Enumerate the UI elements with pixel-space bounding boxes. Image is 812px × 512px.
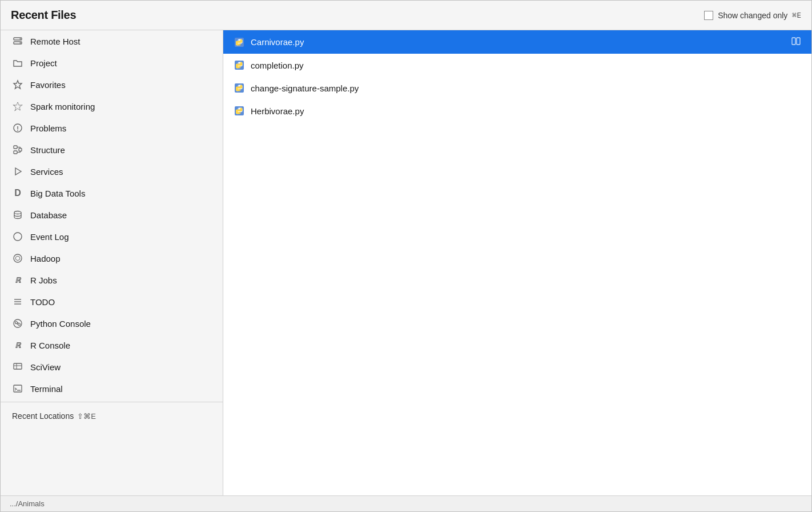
svg-point-23 — [15, 322, 18, 324]
sidebar-label-database: Database — [30, 210, 67, 220]
svg-point-44 — [238, 109, 239, 109]
eventlog-icon — [12, 231, 23, 242]
sidebar-label-sciview: SciView — [30, 362, 61, 372]
sidebar-item-remote-host[interactable]: Remote Host — [1, 30, 223, 52]
file-item-change-signature[interactable]: change-signature-sample.py — [223, 77, 811, 99]
sidebar-item-big-data-tools[interactable]: D Big Data Tools — [1, 182, 223, 204]
svg-rect-36 — [797, 38, 800, 45]
sidebar-label-spark-monitoring: Spark monitoring — [30, 102, 95, 111]
file-item-completion[interactable]: completion.py — [223, 54, 811, 77]
svg-point-38 — [238, 63, 239, 63]
sidebar-label-services: Services — [30, 167, 63, 177]
show-changed-toggle[interactable]: Show changed only ⌘E — [704, 11, 801, 20]
sidebar-item-favorites[interactable]: Favorites — [1, 74, 223, 95]
bigdata-icon: D — [12, 187, 23, 199]
sidebar: Remote Host Project Favorites — [1, 30, 223, 495]
svg-point-42 — [239, 90, 240, 90]
file-list-panel: Carnivorae.py — [223, 30, 811, 495]
services-icon — [12, 166, 23, 177]
svg-point-2 — [20, 38, 21, 39]
sidebar-item-hadoop[interactable]: Hadoop — [1, 247, 223, 269]
show-changed-checkbox[interactable] — [704, 11, 713, 20]
sidebar-label-terminal: Terminal — [30, 384, 63, 394]
svg-rect-10 — [19, 149, 22, 151]
sidebar-label-remote-host: Remote Host — [30, 37, 81, 46]
hadoop-icon — [12, 253, 23, 264]
svg-rect-35 — [792, 38, 795, 45]
sidebar-item-project[interactable]: Project — [1, 52, 223, 74]
svg-point-34 — [239, 43, 240, 44]
file-item-carnivorae[interactable]: Carnivorae.py — [223, 30, 811, 54]
file-name-carnivorae: Carnivorae.py — [251, 37, 304, 47]
sidebar-divider — [1, 402, 223, 402]
sidebar-label-event-log: Event Log — [30, 232, 69, 242]
show-changed-label: Show changed only — [718, 11, 787, 20]
sidebar-label-structure: Structure — [30, 145, 65, 155]
recent-locations-item[interactable]: Recent Locations ⇧⌘E — [1, 405, 223, 427]
split-view-icon[interactable] — [791, 36, 801, 48]
recent-locations-label: Recent Locations — [12, 411, 74, 421]
svg-point-45 — [239, 113, 240, 113]
spark-icon — [12, 101, 23, 112]
server-icon — [12, 35, 23, 47]
sidebar-label-python-console: Python Console — [30, 319, 91, 329]
window-title: Recent Files — [11, 9, 76, 22]
folder-icon — [12, 57, 23, 69]
svg-point-22 — [14, 319, 22, 327]
sidebar-item-services[interactable]: Services — [1, 161, 223, 182]
svg-rect-30 — [14, 385, 22, 392]
svg-point-39 — [239, 67, 240, 67]
sidebar-item-terminal[interactable]: Terminal — [1, 378, 223, 399]
problems-icon: ! — [12, 122, 23, 134]
todo-icon — [12, 296, 23, 307]
sidebar-label-todo: TODO — [30, 297, 55, 307]
rjobs-icon: ℝ — [12, 274, 23, 286]
sidebar-item-database[interactable]: Database — [1, 204, 223, 226]
recent-files-window: Recent Files Show changed only ⌘E R — [0, 0, 812, 512]
status-path: .../Animals — [10, 499, 45, 508]
sidebar-item-structure[interactable]: Structure — [1, 139, 223, 161]
svg-text:!: ! — [17, 125, 19, 132]
python-file-icon-2 — [234, 59, 245, 71]
svg-point-41 — [238, 86, 239, 86]
svg-point-24 — [18, 323, 21, 326]
svg-point-16 — [14, 211, 21, 214]
sidebar-label-big-data-tools: Big Data Tools — [30, 189, 85, 198]
svg-marker-4 — [14, 81, 22, 89]
svg-marker-15 — [15, 168, 21, 175]
sidebar-item-r-jobs[interactable]: ℝ R Jobs — [1, 269, 223, 291]
svg-point-18 — [14, 254, 22, 262]
python-file-icon-4 — [234, 105, 245, 117]
sidebar-item-event-log[interactable]: Event Log — [1, 226, 223, 247]
python-file-icon-3 — [234, 82, 245, 94]
rconsole-icon: ℝ — [12, 339, 23, 351]
sidebar-item-todo[interactable]: TODO — [1, 291, 223, 313]
terminal-icon — [12, 383, 23, 394]
database-icon — [12, 209, 23, 221]
recent-locations-shortcut: ⇧⌘E — [77, 412, 96, 421]
sidebar-item-python-console[interactable]: Python Console — [1, 313, 223, 334]
sidebar-item-r-console[interactable]: ℝ R Console — [1, 334, 223, 356]
svg-rect-8 — [14, 146, 17, 149]
svg-rect-9 — [14, 151, 17, 154]
show-changed-shortcut: ⌘E — [792, 11, 801, 19]
status-bar: .../Animals — [1, 495, 811, 511]
svg-point-17 — [14, 233, 22, 241]
header: Recent Files Show changed only ⌘E — [1, 1, 811, 30]
sidebar-label-hadoop: Hadoop — [30, 254, 61, 263]
main-content: Remote Host Project Favorites — [1, 30, 811, 495]
python-console-icon — [12, 318, 23, 329]
file-name-change-signature: change-signature-sample.py — [251, 83, 359, 93]
file-name-herbivorae: Herbivorae.py — [251, 106, 304, 116]
svg-rect-27 — [14, 363, 22, 369]
file-item-herbivorae[interactable]: Herbivorae.py — [223, 99, 811, 122]
sidebar-item-sciview[interactable]: SciView — [1, 356, 223, 378]
sciview-icon — [12, 361, 23, 373]
sidebar-item-spark-monitoring[interactable]: Spark monitoring — [1, 95, 223, 117]
star-icon — [12, 79, 23, 90]
sidebar-label-favorites: Favorites — [30, 80, 66, 90]
svg-point-3 — [20, 42, 21, 43]
file-name-completion: completion.py — [251, 61, 304, 70]
svg-point-33 — [238, 40, 239, 41]
sidebar-item-problems[interactable]: ! Problems — [1, 117, 223, 139]
